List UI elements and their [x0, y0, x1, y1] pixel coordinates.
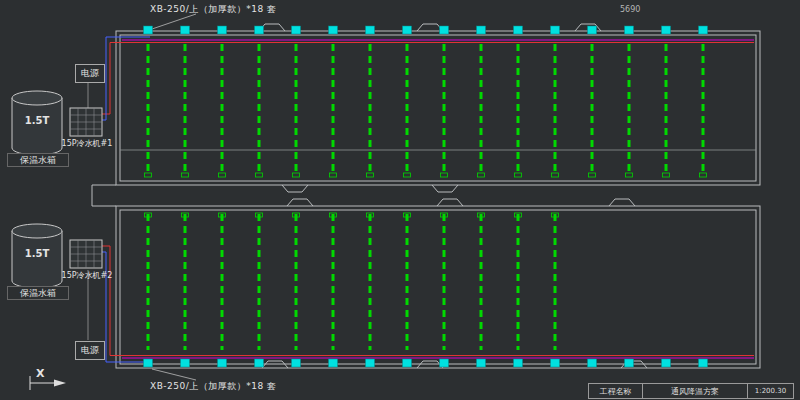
- fan-unit: [440, 359, 449, 367]
- top-building-inner-wall: [120, 35, 756, 181]
- door-notch: [287, 199, 313, 206]
- fan-unit: [292, 26, 301, 34]
- fan-unit: [403, 26, 412, 34]
- chiller-label-1: 15P冷水机#1: [56, 138, 118, 149]
- title-block-name-label: 工程名称: [589, 384, 643, 398]
- duct-end-tick: [626, 173, 633, 177]
- duct-end-tick: [700, 173, 707, 177]
- blue-pipe-bottom: [102, 252, 150, 362]
- door-notch: [437, 199, 463, 206]
- duct-end-tick: [182, 173, 189, 177]
- fan-unit: [588, 26, 597, 34]
- fan-unit: [514, 26, 523, 34]
- tank-capacity-2: 1.5T: [12, 248, 62, 259]
- fan-unit: [181, 359, 190, 367]
- fan-unit: [477, 26, 486, 34]
- fan-unit: [255, 26, 264, 34]
- door-notch: [609, 199, 635, 206]
- duct-end-tick: [441, 173, 448, 177]
- blue-pipe-top: [102, 37, 150, 120]
- fan-unit: [144, 359, 153, 367]
- chiller-unit-1: [70, 108, 102, 136]
- annotation-top: XB-250/上（加厚款）*18 套: [150, 3, 277, 16]
- duct-end-tick: [330, 173, 337, 177]
- fan-unit: [403, 359, 412, 367]
- x-axis-label: X: [36, 367, 44, 380]
- chiller-label-2: 15P冷水机#2: [56, 270, 118, 281]
- title-block: 工程名称 通风降温方案 1:200.30: [588, 383, 794, 399]
- bottom-building-inner-wall: [120, 210, 756, 364]
- duct-end-tick: [293, 173, 300, 177]
- fan-unit: [699, 359, 708, 367]
- duct-end-tick: [219, 173, 226, 177]
- cad-canvas: XB-250/上（加厚款）*18 套 XB-250/上（加厚款）*18 套 56…: [0, 0, 800, 400]
- tank-label-1: 保温水箱: [7, 153, 69, 167]
- duct-end-tick: [478, 173, 485, 177]
- tank-capacity-1: 1.5T: [12, 115, 62, 126]
- fan-unit: [366, 26, 375, 34]
- duct-end-tick: [367, 173, 374, 177]
- fan-unit: [662, 26, 671, 34]
- fan-unit: [292, 359, 301, 367]
- duct-end-tick: [515, 173, 522, 177]
- fan-unit: [440, 26, 449, 34]
- power-box-1: 电源: [75, 64, 105, 83]
- fan-unit: [366, 359, 375, 367]
- title-block-project-name: 通风降温方案: [643, 384, 747, 398]
- duct-end-tick: [404, 173, 411, 177]
- title-block-scale: 1:200.30: [747, 384, 793, 398]
- duct-columns-layer: [144, 26, 708, 367]
- fan-unit: [551, 359, 560, 367]
- duct-end-tick: [552, 173, 559, 177]
- fan-unit: [329, 26, 338, 34]
- fan-unit: [514, 359, 523, 367]
- fan-unit: [477, 359, 486, 367]
- fan-unit: [218, 26, 227, 34]
- top-building-outline: [116, 31, 760, 185]
- door-notch: [282, 185, 308, 192]
- fan-unit: [625, 359, 634, 367]
- red-pipe-top: [102, 43, 754, 115]
- annotation-bottom: XB-250/上（加厚款）*18 套: [150, 380, 277, 393]
- bottom-building-outline: [116, 206, 760, 368]
- duct-end-tick: [589, 173, 596, 177]
- fan-unit: [218, 359, 227, 367]
- duct-end-tick: [145, 173, 152, 177]
- door-notch: [417, 24, 443, 31]
- duct-end-tick: [663, 173, 670, 177]
- fan-unit: [329, 359, 338, 367]
- fan-unit: [662, 359, 671, 367]
- fan-unit: [551, 26, 560, 34]
- fan-unit: [588, 359, 597, 367]
- plan-drawing: [0, 0, 800, 400]
- fan-unit: [625, 26, 634, 34]
- red-pipe-bottom: [102, 246, 754, 356]
- power-box-2: 电源: [75, 341, 105, 360]
- fan-unit: [181, 26, 190, 34]
- door-notch: [432, 185, 458, 192]
- fan-unit: [255, 359, 264, 367]
- duct-end-tick: [256, 173, 263, 177]
- tank-label-2: 保温水箱: [7, 286, 69, 300]
- chiller-unit-2: [70, 240, 102, 268]
- fan-unit: [144, 26, 153, 34]
- dimension-text: 5690: [620, 5, 640, 14]
- fan-unit: [699, 26, 708, 34]
- leader-line-bottom: [152, 369, 196, 380]
